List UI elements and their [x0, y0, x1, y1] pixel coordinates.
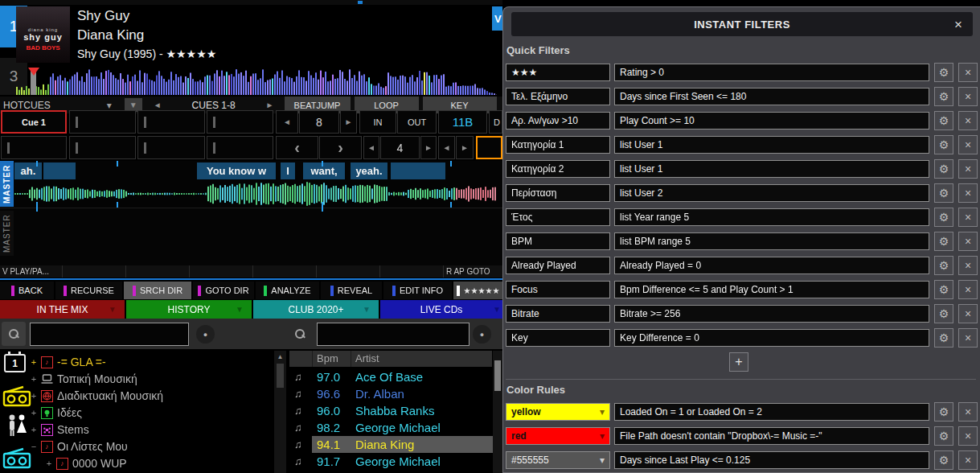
- video-tab-partial[interactable]: V: [492, 6, 502, 31]
- beatjump-value[interactable]: 8: [299, 110, 339, 134]
- track-row-selected[interactable]: ♫ 94.1 Diana King: [289, 436, 502, 453]
- reveal-button[interactable]: REVEAL: [321, 282, 382, 299]
- back-button[interactable]: BACK: [0, 282, 54, 299]
- quick-filter-name[interactable]: [506, 64, 610, 81]
- recurse-button[interactable]: RECURSE: [55, 282, 122, 299]
- tree-scrollbar[interactable]: ▲: [274, 351, 286, 473]
- filter-settings-button[interactable]: ⚙: [934, 111, 953, 130]
- folder-search-button[interactable]: [2, 322, 26, 346]
- hotcue-7-slot[interactable]: [137, 136, 205, 159]
- filter-settings-button[interactable]: ⚙: [934, 232, 953, 251]
- scrollbar-thumb[interactable]: [277, 364, 284, 388]
- active-loop-slot[interactable]: [476, 136, 502, 159]
- second-waveform-band[interactable]: [0, 208, 502, 265]
- quick-filter-name[interactable]: [506, 136, 610, 154]
- loop-value[interactable]: 4: [380, 136, 420, 159]
- move-right-button[interactable]: ►: [456, 136, 474, 159]
- track-row[interactable]: ♫ 97.0 Ace Of Base: [289, 368, 502, 385]
- hotcue-5-slot[interactable]: [1, 136, 67, 159]
- track-search-record-button[interactable]: ●: [473, 325, 491, 343]
- hotcue-8-slot[interactable]: [207, 136, 273, 159]
- wedding-couple-icon[interactable]: [6, 413, 27, 441]
- move-left-button[interactable]: ◄: [438, 136, 455, 159]
- filter-settings-button[interactable]: ⚙: [934, 328, 953, 348]
- track-row[interactable]: ♫ 98.2 George Michael: [289, 419, 502, 436]
- deck-overview-waveform[interactable]: [16, 68, 497, 95]
- quick-filter-condition[interactable]: [614, 232, 929, 250]
- quick-filter-condition[interactable]: [614, 281, 929, 298]
- filter-remove-button[interactable]: ×: [958, 111, 978, 130]
- search-dir-button[interactable]: SRCH DIR: [124, 282, 191, 299]
- tab-club-2020[interactable]: CLUB 2020+▼: [253, 300, 379, 319]
- scrollbar-thumb[interactable]: [494, 360, 501, 391]
- hotcue-6-slot[interactable]: [69, 136, 136, 159]
- tree-item-0000-wup[interactable]: + ♪ 0000 WUP: [46, 455, 127, 471]
- color-rule-select[interactable]: yellow ▾: [506, 403, 610, 421]
- analyze-button[interactable]: ANALYZE: [256, 282, 319, 299]
- quick-filter-condition[interactable]: [614, 88, 929, 105]
- hotcue-3-slot[interactable]: [137, 110, 205, 134]
- filter-settings-button[interactable]: ⚙: [934, 159, 953, 179]
- playhead-marker-icon[interactable]: [28, 68, 39, 76]
- quick-filter-name[interactable]: [506, 88, 610, 105]
- filter-remove-button[interactable]: ×: [958, 87, 978, 106]
- track-search-input[interactable]: [317, 323, 469, 346]
- hotcue-1-button[interactable]: Cue 1: [1, 110, 67, 134]
- quick-filter-condition[interactable]: [614, 329, 929, 347]
- goto-dir-button[interactable]: GOTO DIR: [193, 282, 254, 299]
- filter-settings-button[interactable]: ⚙: [934, 183, 953, 203]
- hotcue-4-slot[interactable]: [207, 110, 273, 134]
- folder-search-record-button[interactable]: ●: [196, 325, 215, 343]
- quick-filter-name[interactable]: [506, 112, 610, 130]
- color-rule-condition[interactable]: [614, 427, 929, 445]
- quick-filter-name[interactable]: [506, 305, 610, 323]
- filter-remove-button[interactable]: ×: [958, 304, 978, 323]
- quick-filter-condition[interactable]: [614, 64, 929, 81]
- key-value[interactable]: 11B: [438, 110, 487, 134]
- filter-settings-button[interactable]: ⚙: [934, 87, 953, 106]
- folder-search-input[interactable]: [30, 323, 189, 346]
- tree-item-local-music[interactable]: + Τοπική Μουσική: [31, 371, 137, 387]
- color-rule-condition[interactable]: [614, 403, 929, 421]
- filter-remove-button[interactable]: ×: [958, 450, 978, 470]
- beatjump-plus-button[interactable]: ►: [340, 110, 357, 134]
- quick-filter-condition[interactable]: [614, 160, 929, 178]
- filter-remove-button[interactable]: ×: [958, 328, 978, 348]
- quick-filter-name[interactable]: [506, 160, 610, 178]
- tree-item-gla[interactable]: + ♪ -= GLA =-: [31, 354, 106, 370]
- tree-item-my-lists[interactable]: − ♪ Οι Λίστες Μου: [31, 438, 128, 454]
- radio-cyan-icon[interactable]: [2, 446, 31, 470]
- track-list-header[interactable]: Bpm Artist: [289, 351, 492, 367]
- track-row[interactable]: ♫ 96.0 Shabba Ranks: [289, 402, 502, 419]
- filter-remove-button[interactable]: ×: [958, 232, 978, 251]
- filter-remove-button[interactable]: ×: [958, 208, 978, 227]
- filter-settings-button[interactable]: ⚙: [934, 256, 953, 275]
- tree-item-ideas[interactable]: + Ιδέες: [31, 405, 82, 421]
- tree-item-stems[interactable]: + Stems: [31, 422, 89, 438]
- filter-remove-button[interactable]: ×: [958, 402, 978, 422]
- filter-remove-button[interactable]: ×: [958, 135, 978, 154]
- filter-remove-button[interactable]: ×: [958, 426, 978, 446]
- filter-remove-button[interactable]: ×: [958, 159, 978, 179]
- quick-filter-name[interactable]: [506, 329, 610, 347]
- quick-filter-name[interactable]: [506, 281, 610, 298]
- quick-filter-name[interactable]: [506, 257, 610, 274]
- loop-double-button[interactable]: ›: [319, 136, 362, 159]
- quick-filter-condition[interactable]: [614, 305, 929, 323]
- filter-settings-button[interactable]: ⚙: [934, 135, 953, 154]
- panel-close-button[interactable]: ×: [949, 16, 967, 34]
- filter-settings-button[interactable]: ⚙: [934, 426, 953, 446]
- hotcue-2-slot[interactable]: [69, 110, 136, 134]
- rating-stars-button[interactable]: ★★★★★: [453, 282, 502, 299]
- filter-remove-button[interactable]: ×: [958, 183, 978, 203]
- quick-filter-condition[interactable]: [614, 208, 929, 226]
- track-scrollbar[interactable]: [493, 351, 502, 473]
- column-artist[interactable]: Artist: [355, 352, 379, 364]
- filter-remove-button[interactable]: ×: [958, 63, 978, 82]
- add-filter-button[interactable]: +: [729, 352, 748, 372]
- scrolling-waveform[interactable]: [14, 181, 497, 207]
- filter-settings-button[interactable]: ⚙: [934, 280, 953, 299]
- filter-settings-button[interactable]: ⚙: [934, 304, 953, 323]
- sideview-calendar-icon[interactable]: 1: [4, 354, 28, 375]
- color-rule-select[interactable]: #555555 ▾: [506, 451, 610, 469]
